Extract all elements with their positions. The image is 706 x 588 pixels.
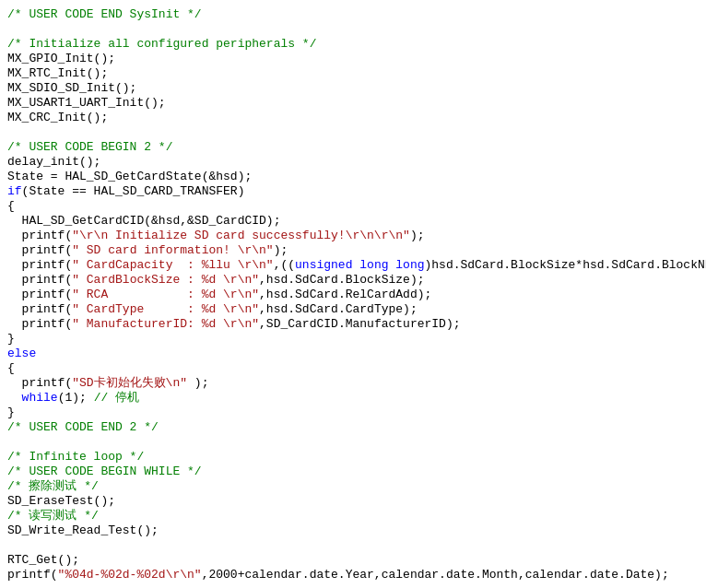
code-token: " CardType : %d \r\n" [72, 302, 259, 317]
code-token: } [7, 332, 15, 347]
code-token: )hsd.SdCard.BlockSize*hsd.SdCard.BlockNb… [425, 258, 707, 273]
code-line: /* USER CODE BEGIN 2 */ [0, 140, 706, 155]
code-line [0, 435, 706, 450]
code-token: /* USER CODE BEGIN 2 */ [7, 140, 172, 155]
code-token: /* 读写测试 */ [7, 509, 99, 523]
code-token: " SD card information! \r\n" [72, 243, 273, 258]
code-line [0, 22, 706, 37]
code-token: ,SD_CardCID.ManufacturerID); [259, 317, 460, 332]
code-token: SD_Write_Read_Test(); [7, 523, 159, 538]
code-token: { [7, 199, 15, 214]
code-token: delay_init(); [7, 155, 100, 170]
code-token: /* USER CODE END SysInit */ [7, 7, 202, 22]
code-token: (1); [58, 391, 94, 406]
code-line: /* Infinite loop */ [0, 450, 706, 465]
code-token: /* USER CODE END 2 */ [7, 420, 159, 435]
code-token: printf( [7, 568, 58, 582]
code-token: " ManufacturerID: %d \r\n" [72, 317, 259, 332]
code-line: printf(" CardCapacity : %llu \r\n",((uns… [0, 258, 706, 273]
code-token: RTC_Get(); [7, 553, 79, 568]
code-line: { [0, 361, 706, 376]
code-token: /* 擦除测试 */ [7, 479, 99, 494]
code-line: /* USER CODE END SysInit */ [0, 7, 706, 22]
code-token: else [7, 347, 36, 361]
code-line: while(1); // 停机 [0, 391, 706, 406]
code-line: printf(" CardBlockSize : %d \r\n",hsd.Sd… [0, 273, 706, 288]
code-line: printf(" CardType : %d \r\n",hsd.SdCard.… [0, 302, 706, 317]
code-token: " CardCapacity : %llu \r\n" [72, 258, 273, 273]
code-line [0, 538, 706, 553]
code-token: ,hsd.SdCard.RelCardAdd); [259, 288, 431, 302]
code-token: SD_EraseTest(); [7, 494, 115, 509]
code-token: { [7, 361, 15, 376]
code-token: HAL_SD_GetCardCID(&hsd,&SD_CardCID); [7, 214, 280, 229]
code-line: /* USER CODE BEGIN WHILE */ [0, 465, 706, 479]
code-line [0, 125, 706, 140]
code-token: /* Initialize all configured peripherals… [7, 37, 316, 52]
code-token: if [7, 184, 22, 199]
code-token: ,hsd.SdCard.CardType); [259, 302, 418, 317]
code-token: "SD卡初始化失败\n" [72, 376, 187, 391]
code-line: printf(" ManufacturerID: %d \r\n",SD_Car… [0, 317, 706, 332]
code-line: MX_GPIO_Init(); [0, 52, 706, 66]
code-token: printf( [7, 258, 72, 273]
code-token: } [7, 406, 15, 420]
code-line: /* Initialize all configured peripherals… [0, 37, 706, 52]
code-token: MX_USART1_UART_Init(); [7, 96, 166, 111]
code-line: State = HAL_SD_GetCardState(&hsd); [0, 170, 706, 184]
code-token: unsigned long long [295, 258, 424, 273]
code-token: // 停机 [94, 391, 139, 406]
code-token: printf( [7, 302, 72, 317]
code-token: printf( [7, 273, 72, 288]
code-token [7, 391, 22, 406]
code-token: (State == HAL_SD_CARD_TRANSFER) [22, 184, 245, 199]
code-token: "%04d-%02d-%02d\r\n" [58, 568, 202, 582]
code-token: ,hsd.SdCard.BlockSize); [259, 273, 424, 288]
code-line: printf("%04d-%02d-%02d\r\n",2000+calenda… [0, 568, 706, 582]
code-token: ,(( [274, 258, 295, 273]
code-line: /* USER CODE END 2 */ [0, 420, 706, 435]
code-token: /* USER CODE BEGIN WHILE */ [7, 465, 202, 479]
code-line: /* 擦除测试 */ [0, 479, 706, 494]
code-line: printf(" RCA : %d \r\n",hsd.SdCard.RelCa… [0, 288, 706, 302]
code-token: MX_SDIO_SD_Init(); [7, 81, 136, 96]
code-token: printf( [7, 376, 72, 391]
code-token: ); [187, 376, 208, 391]
code-line: MX_USART1_UART_Init(); [0, 96, 706, 111]
code-line: } [0, 332, 706, 347]
code-line: printf("SD卡初始化失败\n" ); [0, 376, 706, 391]
code-token: MX_CRC_Init(); [7, 111, 108, 125]
code-token: ); [410, 229, 425, 243]
code-line: if(State == HAL_SD_CARD_TRANSFER) [0, 184, 706, 199]
code-line: delay_init(); [0, 155, 706, 170]
code-line: MX_RTC_Init(); [0, 66, 706, 81]
code-line: SD_EraseTest(); [0, 494, 706, 509]
code-editor: /* USER CODE END SysInit */ /* Initializ… [0, 0, 706, 588]
code-line: MX_CRC_Init(); [0, 111, 706, 125]
code-line: } [0, 406, 706, 420]
code-token: "\r\n Initialize SD card successfully!\r… [72, 229, 410, 243]
code-token: printf( [7, 288, 72, 302]
code-line: RTC_Get(); [0, 553, 706, 568]
code-line: else [0, 347, 706, 361]
code-line: printf("\r\n Initialize SD card successf… [0, 229, 706, 243]
code-line: printf(" SD card information! \r\n"); [0, 243, 706, 258]
code-token: MX_GPIO_Init(); [7, 52, 115, 66]
code-token: printf( [7, 229, 72, 243]
code-token: /* Infinite loop */ [7, 450, 144, 465]
code-line [0, 582, 706, 588]
code-token: " RCA : %d \r\n" [72, 288, 259, 302]
code-token: while [22, 391, 58, 406]
code-line: MX_SDIO_SD_Init(); [0, 81, 706, 96]
code-token: ,2000+calendar.date.Year,calendar.date.M… [202, 568, 669, 582]
code-line: /* 读写测试 */ [0, 509, 706, 523]
code-token: " CardBlockSize : %d \r\n" [72, 273, 259, 288]
code-token: ); [274, 243, 288, 258]
code-line: HAL_SD_GetCardCID(&hsd,&SD_CardCID); [0, 214, 706, 229]
code-token: State = HAL_SD_GetCardState(&hsd); [7, 170, 252, 184]
code-line: SD_Write_Read_Test(); [0, 523, 706, 538]
code-token: MX_RTC_Init(); [7, 66, 108, 81]
code-token: printf( [7, 243, 72, 258]
code-token: printf( [7, 317, 72, 332]
code-line: { [0, 199, 706, 214]
